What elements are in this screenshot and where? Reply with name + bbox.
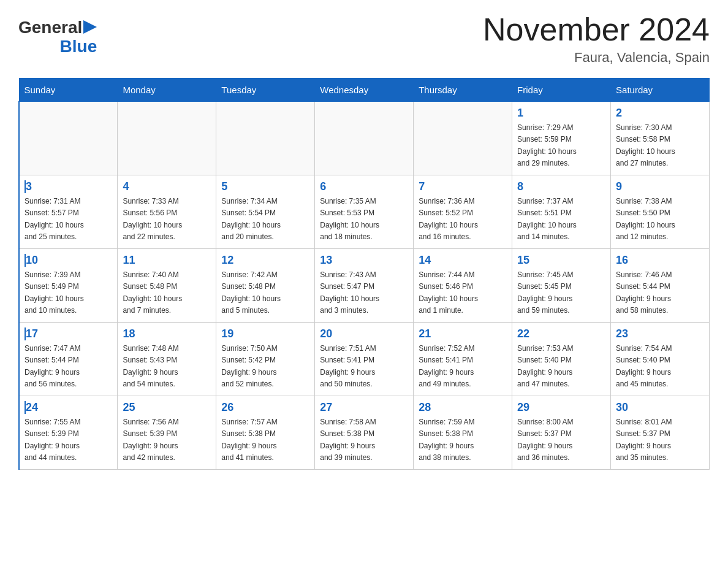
weekday-header-monday: Monday	[118, 79, 216, 102]
day-info: Sunrise: 7:29 AM Sunset: 5:59 PM Dayligh…	[517, 122, 605, 169]
day-number: 17	[25, 327, 112, 340]
day-info: Sunrise: 7:51 AM Sunset: 5:41 PM Dayligh…	[320, 343, 408, 390]
calendar-cell: 30Sunrise: 8:01 AM Sunset: 5:37 PM Dayli…	[611, 396, 710, 470]
weekday-header-friday: Friday	[512, 79, 611, 102]
day-info: Sunrise: 7:52 AM Sunset: 5:41 PM Dayligh…	[419, 343, 507, 390]
calendar-cell: 17Sunrise: 7:47 AM Sunset: 5:44 PM Dayli…	[19, 323, 118, 396]
calendar-week-row: 1Sunrise: 7:29 AM Sunset: 5:59 PM Daylig…	[19, 102, 710, 175]
calendar-cell: 21Sunrise: 7:52 AM Sunset: 5:41 PM Dayli…	[414, 323, 512, 396]
day-number: 23	[616, 327, 704, 340]
calendar-cell: 27Sunrise: 7:58 AM Sunset: 5:38 PM Dayli…	[315, 396, 414, 470]
weekday-header-wednesday: Wednesday	[315, 79, 414, 102]
calendar-header: SundayMondayTuesdayWednesdayThursdayFrid…	[19, 79, 710, 102]
day-number: 4	[123, 180, 211, 193]
day-number: 28	[419, 401, 507, 414]
day-number: 25	[123, 401, 211, 414]
calendar-cell: 19Sunrise: 7:50 AM Sunset: 5:42 PM Dayli…	[216, 323, 315, 396]
calendar-cell	[414, 102, 512, 175]
day-number: 8	[517, 180, 605, 193]
calendar-title: November 2024	[483, 12, 710, 47]
day-number: 18	[123, 327, 211, 340]
day-number: 1	[517, 107, 605, 120]
day-info: Sunrise: 8:00 AM Sunset: 5:37 PM Dayligh…	[517, 416, 605, 464]
title-section: November 2024 Faura, Valencia, Spain	[483, 12, 710, 66]
calendar-week-row: 3Sunrise: 7:31 AM Sunset: 5:57 PM Daylig…	[19, 175, 710, 249]
day-info: Sunrise: 7:56 AM Sunset: 5:39 PM Dayligh…	[123, 416, 211, 464]
calendar-cell: 22Sunrise: 7:53 AM Sunset: 5:40 PM Dayli…	[512, 323, 611, 396]
calendar-cell	[315, 102, 414, 175]
calendar-week-row: 17Sunrise: 7:47 AM Sunset: 5:44 PM Dayli…	[19, 323, 710, 396]
day-number: 19	[221, 327, 309, 340]
day-number: 12	[221, 254, 309, 267]
day-info: Sunrise: 7:58 AM Sunset: 5:38 PM Dayligh…	[320, 416, 408, 464]
day-number: 14	[419, 254, 507, 267]
logo-triangle-icon	[83, 20, 97, 34]
calendar-cell	[216, 102, 315, 175]
day-info: Sunrise: 7:34 AM Sunset: 5:54 PM Dayligh…	[221, 196, 309, 243]
day-info: Sunrise: 7:33 AM Sunset: 5:56 PM Dayligh…	[123, 196, 211, 243]
day-info: Sunrise: 7:35 AM Sunset: 5:53 PM Dayligh…	[320, 196, 408, 243]
calendar-body: 1Sunrise: 7:29 AM Sunset: 5:59 PM Daylig…	[19, 102, 710, 470]
day-number: 10	[25, 254, 112, 267]
calendar-cell: 2Sunrise: 7:30 AM Sunset: 5:58 PM Daylig…	[611, 102, 710, 175]
day-info: Sunrise: 7:39 AM Sunset: 5:49 PM Dayligh…	[25, 269, 112, 316]
calendar-cell: 7Sunrise: 7:36 AM Sunset: 5:52 PM Daylig…	[414, 175, 512, 249]
day-info: Sunrise: 7:57 AM Sunset: 5:38 PM Dayligh…	[221, 416, 309, 464]
day-info: Sunrise: 7:40 AM Sunset: 5:48 PM Dayligh…	[123, 269, 211, 316]
day-info: Sunrise: 7:46 AM Sunset: 5:44 PM Dayligh…	[616, 269, 704, 316]
calendar-cell	[118, 102, 216, 175]
logo-blue-text: Blue	[60, 37, 97, 56]
calendar-subtitle: Faura, Valencia, Spain	[483, 50, 710, 66]
day-info: Sunrise: 7:31 AM Sunset: 5:57 PM Dayligh…	[25, 196, 112, 243]
calendar-cell: 3Sunrise: 7:31 AM Sunset: 5:57 PM Daylig…	[19, 175, 118, 249]
day-info: Sunrise: 7:47 AM Sunset: 5:44 PM Dayligh…	[25, 343, 112, 390]
day-info: Sunrise: 7:36 AM Sunset: 5:52 PM Dayligh…	[419, 196, 507, 243]
day-info: Sunrise: 7:53 AM Sunset: 5:40 PM Dayligh…	[517, 343, 605, 390]
day-info: Sunrise: 7:50 AM Sunset: 5:42 PM Dayligh…	[221, 343, 309, 390]
calendar-cell: 13Sunrise: 7:43 AM Sunset: 5:47 PM Dayli…	[315, 249, 414, 323]
calendar-cell: 23Sunrise: 7:54 AM Sunset: 5:40 PM Dayli…	[611, 323, 710, 396]
weekday-header-thursday: Thursday	[414, 79, 512, 102]
day-info: Sunrise: 7:54 AM Sunset: 5:40 PM Dayligh…	[616, 343, 704, 390]
day-info: Sunrise: 7:37 AM Sunset: 5:51 PM Dayligh…	[517, 196, 605, 243]
day-number: 24	[25, 401, 112, 414]
day-info: Sunrise: 7:42 AM Sunset: 5:48 PM Dayligh…	[221, 269, 309, 316]
calendar-cell: 18Sunrise: 7:48 AM Sunset: 5:43 PM Dayli…	[118, 323, 216, 396]
page-header: General Blue November 2024 Faura, Valenc…	[18, 12, 710, 66]
calendar-cell: 25Sunrise: 7:56 AM Sunset: 5:39 PM Dayli…	[118, 396, 216, 470]
day-number: 16	[616, 254, 704, 267]
calendar-cell: 4Sunrise: 7:33 AM Sunset: 5:56 PM Daylig…	[118, 175, 216, 249]
calendar-cell: 29Sunrise: 8:00 AM Sunset: 5:37 PM Dayli…	[512, 396, 611, 470]
day-number: 22	[517, 327, 605, 340]
weekday-header-tuesday: Tuesday	[216, 79, 315, 102]
calendar-cell	[19, 102, 118, 175]
day-number: 5	[221, 180, 309, 193]
svg-marker-0	[83, 20, 97, 34]
day-number: 15	[517, 254, 605, 267]
day-number: 2	[616, 107, 704, 120]
calendar-cell: 8Sunrise: 7:37 AM Sunset: 5:51 PM Daylig…	[512, 175, 611, 249]
day-number: 9	[616, 180, 704, 193]
weekday-header-sunday: Sunday	[19, 79, 118, 102]
day-number: 30	[616, 401, 704, 414]
day-number: 20	[320, 327, 408, 340]
calendar-week-row: 24Sunrise: 7:55 AM Sunset: 5:39 PM Dayli…	[19, 396, 710, 470]
weekday-header-saturday: Saturday	[611, 79, 710, 102]
calendar-cell: 9Sunrise: 7:38 AM Sunset: 5:50 PM Daylig…	[611, 175, 710, 249]
calendar-cell: 15Sunrise: 7:45 AM Sunset: 5:45 PM Dayli…	[512, 249, 611, 323]
day-info: Sunrise: 7:43 AM Sunset: 5:47 PM Dayligh…	[320, 269, 408, 316]
day-info: Sunrise: 7:45 AM Sunset: 5:45 PM Dayligh…	[517, 269, 605, 316]
calendar-cell: 1Sunrise: 7:29 AM Sunset: 5:59 PM Daylig…	[512, 102, 611, 175]
calendar-cell: 11Sunrise: 7:40 AM Sunset: 5:48 PM Dayli…	[118, 249, 216, 323]
logo: General Blue	[18, 18, 97, 56]
day-info: Sunrise: 7:30 AM Sunset: 5:58 PM Dayligh…	[616, 122, 704, 169]
day-number: 29	[517, 401, 605, 414]
calendar-cell: 10Sunrise: 7:39 AM Sunset: 5:49 PM Dayli…	[19, 249, 118, 323]
weekday-header-row: SundayMondayTuesdayWednesdayThursdayFrid…	[19, 79, 710, 102]
day-number: 3	[25, 180, 112, 193]
calendar-cell: 5Sunrise: 7:34 AM Sunset: 5:54 PM Daylig…	[216, 175, 315, 249]
day-info: Sunrise: 7:48 AM Sunset: 5:43 PM Dayligh…	[123, 343, 211, 390]
calendar-cell: 14Sunrise: 7:44 AM Sunset: 5:46 PM Dayli…	[414, 249, 512, 323]
day-info: Sunrise: 7:55 AM Sunset: 5:39 PM Dayligh…	[25, 416, 112, 464]
day-number: 27	[320, 401, 408, 414]
